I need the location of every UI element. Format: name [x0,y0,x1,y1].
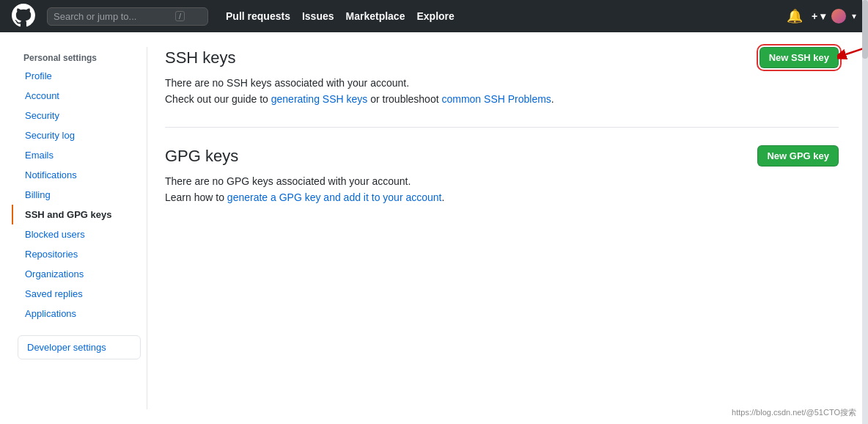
gpg-section-header: GPG keys New GPG key [165,145,839,167]
explore-link[interactable]: Explore [416,10,454,22]
developer-settings-section: Developer settings [18,335,141,359]
sidebar: Personal settings Profile Account Securi… [12,47,147,409]
gpg-guide-text: Learn how to generate a GPG key and add … [165,191,839,203]
sidebar-item-account[interactable]: Account [12,86,147,106]
scrollbar[interactable] [862,0,868,424]
pull-requests-link[interactable]: Pull requests [226,10,290,22]
search-bar[interactable]: / [47,7,208,26]
personal-settings-heading: Personal settings [12,47,147,66]
sidebar-item-profile[interactable]: Profile [12,66,147,86]
scrollbar-thumb[interactable] [862,0,868,59]
ssh-problems-link[interactable]: common SSH Problems [441,93,551,105]
navbar-right: 🔔 + ▾ ▾ [784,5,856,27]
sidebar-item-notifications[interactable]: Notifications [12,165,147,185]
sidebar-item-repositories[interactable]: Repositories [12,244,147,264]
new-gpg-key-button[interactable]: New GPG key [757,145,839,167]
search-slash-icon: / [175,11,185,21]
developer-settings-link[interactable]: Developer settings [18,336,140,359]
gpg-guide-link[interactable]: generate a GPG key and add it to your ac… [227,191,442,203]
main-content: SSH keys New SSH key There are [147,47,856,409]
search-input[interactable] [54,11,171,22]
sidebar-item-organizations[interactable]: Organizations [12,264,147,284]
sidebar-item-ssh-gpg[interactable]: SSH and GPG keys [12,205,147,224]
sidebar-item-billing[interactable]: Billing [12,185,147,205]
sidebar-item-blocked[interactable]: Blocked users [12,224,147,244]
ssh-keys-section: SSH keys New SSH key There are [165,47,839,128]
sidebar-item-security-log[interactable]: Security log [12,125,147,145]
sidebar-item-emails[interactable]: Emails [12,145,147,165]
ssh-guide-text: Check out our guide to generating SSH ke… [165,93,839,105]
footer-hint: https://blog.csdn.net/@51CTO搜索 [732,407,856,418]
ssh-section-header: SSH keys New SSH key [165,47,839,68]
marketplace-link[interactable]: Marketplace [346,10,405,22]
avatar-chevron[interactable]: ▾ [852,11,856,21]
plus-button[interactable]: + ▾ [812,10,825,22]
bell-icon[interactable]: 🔔 [784,5,806,27]
gpg-section-title: GPG keys [165,147,238,166]
issues-link[interactable]: Issues [302,10,334,22]
ssh-section-title: SSH keys [165,48,236,67]
ssh-empty-message: There are no SSH keys associated with yo… [165,77,839,89]
sidebar-item-saved-replies[interactable]: Saved replies [12,284,147,304]
navbar: / Pull requests Issues Marketplace Explo… [0,0,868,32]
sidebar-item-security[interactable]: Security [12,106,147,125]
gpg-empty-message: There are no GPG keys associated with yo… [165,175,839,187]
gpg-keys-section: GPG keys New GPG key There are no GPG ke… [165,145,839,203]
sidebar-item-applications[interactable]: Applications [12,304,147,324]
generating-ssh-keys-link[interactable]: generating SSH keys [271,93,368,105]
ssh-section-body: There are no SSH keys associated with yo… [165,77,839,105]
page-layout: Personal settings Profile Account Securi… [0,32,868,424]
github-logo[interactable] [12,4,35,29]
gpg-section-body: There are no GPG keys associated with yo… [165,175,839,203]
new-ssh-key-wrapper: New SSH key [760,47,839,68]
navbar-links: Pull requests Issues Marketplace Explore [226,10,455,22]
new-ssh-key-button[interactable]: New SSH key [760,47,839,68]
avatar[interactable] [831,9,846,23]
